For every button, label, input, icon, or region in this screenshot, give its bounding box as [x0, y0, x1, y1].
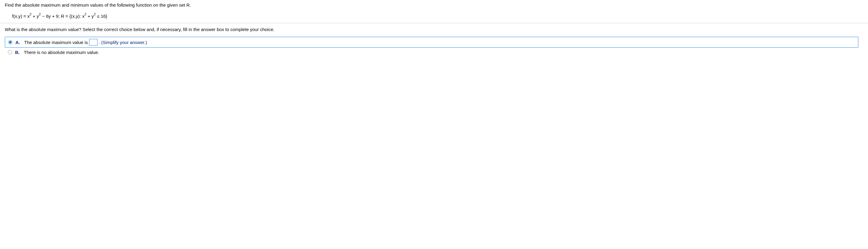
radio-a[interactable]: [8, 40, 12, 44]
radio-b-wrap[interactable]: [7, 49, 13, 55]
choice-a-before: The absolute maximum value is: [24, 40, 88, 45]
instruction-text: Find the absolute maximum and minimum va…: [5, 2, 863, 7]
radio-b[interactable]: [8, 50, 12, 54]
answer-input[interactable]: [89, 39, 98, 45]
choice-b-text: There is no absolute maximum value.: [24, 50, 99, 55]
question-text: What is the absolute maximum value? Sele…: [5, 27, 863, 32]
simplify-hint: (Simplify your answer.): [101, 40, 147, 45]
choice-a-text: The absolute maximum value is . (Simplif…: [24, 39, 147, 45]
problem-header: Find the absolute maximum and minimum va…: [0, 2, 868, 23]
choice-a-after: .: [99, 40, 100, 45]
choice-b-letter: B.: [15, 50, 20, 55]
function-formula: f(x,y) = x2 + y2 − 6y + 9; R = {(x,y): x…: [5, 13, 863, 19]
choice-a-row[interactable]: A. The absolute maximum value is . (Simp…: [5, 37, 858, 48]
choice-b-row[interactable]: B. There is no absolute maximum value.: [5, 48, 863, 57]
answer-choices: A. The absolute maximum value is . (Simp…: [5, 37, 863, 57]
radio-a-wrap[interactable]: [7, 39, 13, 45]
radio-a-dot: [9, 41, 11, 43]
choice-a-letter: A.: [16, 40, 20, 45]
question-section: What is the absolute maximum value? Sele…: [0, 23, 868, 60]
